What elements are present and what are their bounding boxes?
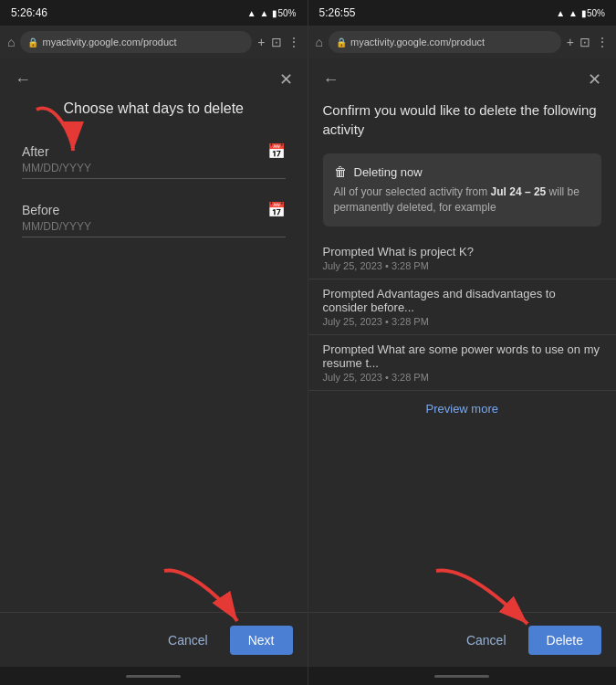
address-bar-right[interactable]: 🔒 myactivity.google.com/product bbox=[329, 31, 561, 53]
content-area-right: ← ✕ Confirm you would like to delete the… bbox=[308, 58, 617, 667]
signal-icon-left: ▲ bbox=[247, 8, 256, 18]
browser-actions-right: + ⊡ ⋮ bbox=[567, 35, 609, 49]
activity-timestamp-2: July 25, 2023 • 3:28 PM bbox=[323, 372, 602, 383]
browser-bar-right: ⌂ 🔒 myactivity.google.com/product + ⊡ ⋮ bbox=[308, 26, 617, 58]
dialog-topbar-right: ← ✕ bbox=[308, 58, 617, 97]
home-indicator-left bbox=[0, 667, 308, 685]
before-field[interactable]: Before 📅 MM/DD/YYYY bbox=[22, 194, 286, 237]
wifi-icon-left: ▲ bbox=[260, 8, 269, 18]
before-label: Before bbox=[22, 203, 59, 217]
menu-icon-right[interactable]: ⋮ bbox=[596, 35, 609, 49]
home-icon-left[interactable]: ⌂ bbox=[7, 35, 15, 49]
home-bar-right bbox=[434, 675, 489, 678]
delete-info-description: All of your selected activity from Jul 2… bbox=[334, 184, 591, 216]
lock-icon-left: 🔒 bbox=[27, 37, 38, 47]
back-button-right[interactable]: ← bbox=[323, 70, 339, 90]
before-field-header: Before 📅 bbox=[22, 201, 286, 218]
form-section-left: After 📅 MM/DD/YYYY Before 📅 MM/DD/YYYY bbox=[0, 135, 308, 612]
activity-item-1: Prompted Advantages and disadvantages to… bbox=[308, 279, 617, 335]
new-tab-icon-left[interactable]: + bbox=[257, 35, 265, 49]
preview-more-link[interactable]: Preview more bbox=[308, 391, 617, 427]
activity-item-2: Prompted What are some power words to us… bbox=[308, 335, 617, 391]
home-bar-left bbox=[126, 675, 181, 678]
address-bar-left[interactable]: 🔒 myactivity.google.com/product bbox=[20, 31, 252, 53]
dialog-topbar-left: ← ✕ bbox=[0, 58, 308, 97]
trash-icon: 🗑 bbox=[334, 164, 347, 179]
close-button-right[interactable]: ✕ bbox=[588, 69, 601, 90]
activity-timestamp-1: July 25, 2023 • 3:28 PM bbox=[323, 316, 602, 327]
after-placeholder: MM/DD/YYYY bbox=[22, 162, 286, 174]
delete-info-box: 🗑 Deleting now All of your selected acti… bbox=[323, 153, 602, 227]
before-placeholder: MM/DD/YYYY bbox=[22, 220, 286, 233]
wifi-icon-right: ▲ bbox=[569, 8, 578, 18]
back-button-left[interactable]: ← bbox=[15, 70, 31, 90]
status-bar-left: 5:26:46 ▲ ▲ ▮50% bbox=[0, 0, 308, 26]
battery-icon-left: ▮50% bbox=[272, 8, 296, 18]
tabs-icon-left[interactable]: ⊡ bbox=[271, 35, 282, 49]
activity-title-2: Prompted What are some power words to us… bbox=[323, 342, 602, 370]
next-button[interactable]: Next bbox=[230, 626, 293, 655]
status-bar-right: 5:26:55 ▲ ▲ ▮50% bbox=[308, 0, 617, 26]
activity-title-0: Prompted What is project K? bbox=[323, 245, 602, 258]
activity-title-1: Prompted Advantages and disadvantages to… bbox=[323, 287, 602, 314]
delete-button[interactable]: Delete bbox=[528, 626, 601, 655]
after-calendar-icon[interactable]: 📅 bbox=[267, 142, 286, 160]
after-field[interactable]: After 📅 MM/DD/YYYY bbox=[22, 135, 286, 179]
url-text-right: myactivity.google.com/product bbox=[350, 37, 485, 47]
tabs-icon-right[interactable]: ⊡ bbox=[579, 35, 590, 49]
deleting-now-title: Deleting now bbox=[354, 165, 423, 179]
status-time-right: 5:26:55 bbox=[319, 6, 356, 19]
dialog-title-left: Choose what days to delete bbox=[0, 97, 308, 135]
browser-bar-left: ⌂ 🔒 myactivity.google.com/product + ⊡ ⋮ bbox=[0, 26, 308, 58]
confirm-title: Confirm you would like to delete the fol… bbox=[308, 97, 617, 153]
confirm-content: 🗑 Deleting now All of your selected acti… bbox=[308, 153, 617, 612]
status-icons-right: ▲ ▲ ▮50% bbox=[556, 8, 605, 18]
browser-actions-left: + ⊡ ⋮ bbox=[257, 35, 299, 49]
action-bar-left: Cancel Next bbox=[0, 612, 308, 667]
action-bar-right: Cancel Delete bbox=[308, 612, 617, 667]
cancel-button-left[interactable]: Cancel bbox=[153, 626, 223, 655]
delete-info-header: 🗑 Deleting now bbox=[334, 164, 591, 179]
signal-icon-right: ▲ bbox=[556, 8, 565, 18]
date-range: Jul 24 – 25 bbox=[491, 185, 547, 198]
status-time-left: 5:26:46 bbox=[11, 6, 47, 19]
home-indicator-right bbox=[308, 667, 617, 685]
cancel-button-right[interactable]: Cancel bbox=[452, 626, 521, 655]
status-icons-left: ▲ ▲ ▮50% bbox=[247, 8, 297, 18]
activity-item-0: Prompted What is project K? July 25, 202… bbox=[308, 237, 617, 279]
lock-icon-right: 🔒 bbox=[336, 37, 347, 47]
before-calendar-icon[interactable]: 📅 bbox=[267, 201, 286, 218]
after-label: After bbox=[22, 144, 49, 159]
url-text-left: myactivity.google.com/product bbox=[42, 37, 176, 47]
home-icon-right[interactable]: ⌂ bbox=[316, 35, 323, 49]
activity-timestamp-0: July 25, 2023 • 3:28 PM bbox=[323, 260, 602, 271]
content-area-left: ← ✕ Choose what days to delete After 📅 M… bbox=[0, 58, 308, 667]
close-button-left[interactable]: ✕ bbox=[279, 69, 293, 90]
menu-icon-left[interactable]: ⋮ bbox=[287, 35, 300, 49]
battery-icon-right: ▮50% bbox=[581, 8, 605, 18]
after-field-header: After 📅 bbox=[22, 142, 286, 160]
new-tab-icon-right[interactable]: + bbox=[567, 35, 574, 49]
